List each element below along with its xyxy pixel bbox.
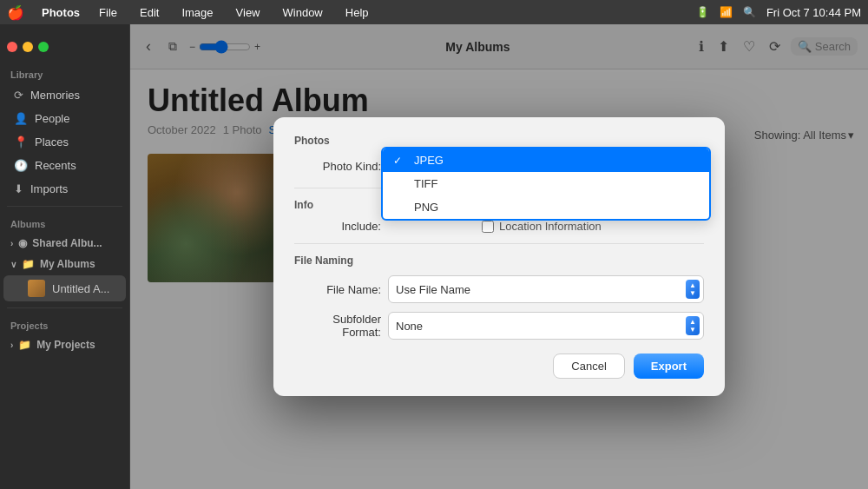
sidebar-label-places: Places xyxy=(35,135,69,149)
option-label-tiff: TIFF xyxy=(414,177,437,190)
shared-albums-icon: ◉ xyxy=(18,237,27,249)
battery-icon: 🔋 xyxy=(696,6,709,18)
export-modal: Photos Photo Kind: JPEG ▾ ✓ JPEG xyxy=(273,117,725,396)
albums-section-label: Albums xyxy=(0,212,129,233)
sidebar-label-imports: Imports xyxy=(30,182,68,195)
menubar: 🍎 Photos File Edit Image View Window Hel… xyxy=(0,0,868,24)
sidebar-item-imports[interactable]: ⬇ Imports xyxy=(3,178,126,200)
sidebar-item-my-projects[interactable]: › 📁 My Projects xyxy=(0,334,129,355)
photo-kind-row: Photo Kind: JPEG ▾ ✓ JPEG TIF xyxy=(294,155,704,177)
memories-icon: ⟳ xyxy=(14,89,23,102)
apple-menu-icon[interactable]: 🍎 xyxy=(7,4,24,21)
my-albums-icon: 📁 xyxy=(22,258,35,270)
location-checkbox-row: Location Information xyxy=(482,220,602,233)
include-label: Include: xyxy=(294,220,381,233)
file-name-select[interactable]: Use File Name ▲ ▼ xyxy=(388,275,704,303)
sidebar-item-shared-albums[interactable]: › ◉ Shared Albu... xyxy=(0,233,129,254)
checkmark-icon: ✓ xyxy=(393,155,407,167)
file-name-label: File Name: xyxy=(294,283,381,296)
chevron-down-icon: ∨ xyxy=(10,260,16,269)
option-label-png: PNG xyxy=(414,201,438,214)
sidebar-divider-2 xyxy=(7,307,122,308)
sidebar: Library ⟳ Memories 👤 People 📍 Places 🕐 R… xyxy=(0,24,130,489)
sidebar-item-memories[interactable]: ⟳ Memories xyxy=(3,84,126,106)
modal-overlay: Photos Photo Kind: JPEG ▾ ✓ JPEG xyxy=(130,24,868,489)
photo-kind-dropdown-wrapper: JPEG ▾ ✓ JPEG TIFF xyxy=(388,155,704,177)
maximize-button[interactable] xyxy=(38,42,49,52)
content-area: ‹ ⧉ − + My Albums ℹ ⬆ ♡ ⟳ 🔍 Search xyxy=(130,24,868,489)
menubar-right: 🔋 📶 🔍 Fri Oct 7 10:44 PM xyxy=(696,6,861,19)
app-name[interactable]: Photos xyxy=(42,6,80,19)
my-projects-icon: 📁 xyxy=(18,339,31,351)
datetime: Fri Oct 7 10:44 PM xyxy=(766,6,861,19)
wifi-icon: 📶 xyxy=(720,6,733,18)
menu-view[interactable]: View xyxy=(231,4,266,21)
people-icon: 👤 xyxy=(14,112,28,125)
places-icon: 📍 xyxy=(14,135,28,149)
menu-edit[interactable]: Edit xyxy=(135,4,164,21)
location-checkbox[interactable] xyxy=(482,221,494,233)
window-controls xyxy=(0,31,129,63)
sidebar-label-memories: Memories xyxy=(30,89,80,102)
sidebar-item-people[interactable]: 👤 People xyxy=(3,108,126,129)
subfolder-arrows: ▲ ▼ xyxy=(686,316,700,335)
export-button[interactable]: Export xyxy=(634,354,704,379)
subfolder-arrow-down-icon: ▼ xyxy=(689,327,696,334)
cancel-button[interactable]: Cancel xyxy=(553,354,624,379)
sidebar-item-untitled-album[interactable]: Untitled A... xyxy=(3,275,126,301)
dropdown-option-tiff[interactable]: TIFF xyxy=(383,172,709,195)
sidebar-label-my-albums: My Albums xyxy=(40,258,95,270)
arrow-up-icon: ▲ xyxy=(689,282,696,289)
photo-kind-label: Photo Kind: xyxy=(294,160,381,173)
projects-section-label: Projects xyxy=(0,314,129,334)
photos-section-label: Photos xyxy=(294,135,704,147)
sidebar-label-shared-albums: Shared Albu... xyxy=(32,237,102,249)
sidebar-item-recents[interactable]: 🕐 Recents xyxy=(3,155,126,176)
minimize-button[interactable] xyxy=(23,42,33,52)
include-row: Include: Location Information xyxy=(294,220,704,233)
recents-icon: 🕐 xyxy=(14,159,28,172)
menu-file[interactable]: File xyxy=(94,4,122,21)
subfolder-select[interactable]: None ▲ ▼ xyxy=(388,312,704,340)
file-naming-section: File Naming File Name: Use File Name ▲ ▼ xyxy=(294,254,704,340)
search-icon[interactable]: 🔍 xyxy=(743,6,756,18)
menubar-items: File Edit Image View Window Help xyxy=(94,4,373,21)
file-name-row: File Name: Use File Name ▲ ▼ xyxy=(294,275,704,303)
chevron-right-icon-projects: › xyxy=(10,340,13,350)
file-naming-label: File Naming xyxy=(294,254,704,267)
album-thumbnail xyxy=(28,280,45,297)
modal-buttons: Cancel Export xyxy=(294,354,704,379)
dropdown-option-jpeg[interactable]: ✓ JPEG xyxy=(383,149,709,172)
library-section-label: Library xyxy=(0,63,129,83)
menu-image[interactable]: Image xyxy=(176,4,218,21)
sidebar-label-people: People xyxy=(35,112,69,125)
subfolder-row: Subfolder Format: None ▲ ▼ xyxy=(294,312,704,340)
sidebar-item-my-albums[interactable]: ∨ 📁 My Albums xyxy=(0,254,129,274)
location-label: Location Information xyxy=(499,220,602,233)
photo-kind-dropdown-list: ✓ JPEG TIFF PNG xyxy=(381,147,711,221)
menu-help[interactable]: Help xyxy=(340,4,374,21)
file-name-arrows: ▲ ▼ xyxy=(686,280,700,299)
file-name-value: Use File Name xyxy=(396,283,686,296)
close-button[interactable] xyxy=(7,42,17,52)
option-label-jpeg: JPEG xyxy=(414,154,444,167)
sidebar-label-untitled-album: Untitled A... xyxy=(52,282,109,295)
imports-icon: ⬇ xyxy=(14,182,23,195)
chevron-right-icon: › xyxy=(10,239,13,248)
arrow-down-icon: ▼ xyxy=(689,290,696,297)
menu-window[interactable]: Window xyxy=(278,4,328,21)
sidebar-label-recents: Recents xyxy=(35,159,76,172)
subfolder-arrow-up-icon: ▲ xyxy=(689,319,696,326)
sidebar-label-my-projects: My Projects xyxy=(36,339,95,351)
dropdown-option-png[interactable]: PNG xyxy=(383,195,709,219)
subfolder-value: None xyxy=(396,320,686,333)
sidebar-divider-1 xyxy=(7,206,122,207)
sidebar-item-places[interactable]: 📍 Places xyxy=(3,131,126,153)
app-container: Library ⟳ Memories 👤 People 📍 Places 🕐 R… xyxy=(0,24,868,489)
subfolder-label: Subfolder Format: xyxy=(294,313,381,339)
modal-divider-2 xyxy=(294,243,704,244)
